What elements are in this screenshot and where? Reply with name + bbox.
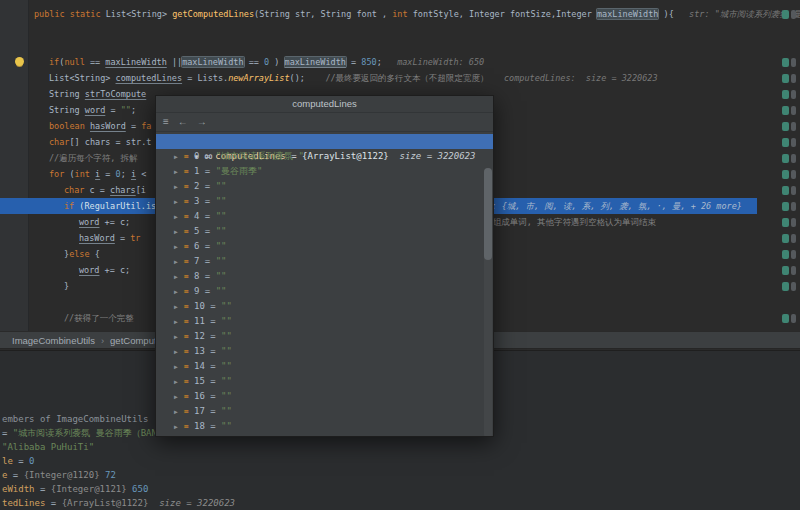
tree-row-root[interactable]: ▼OOcomputedLines = {ArrayList@1122} size… <box>156 134 493 149</box>
stripe-mark-gray[interactable] <box>791 58 796 67</box>
tree-items: ▶≡0 = "城市阅读系列袭氛 "▶≡1 = "曼谷雨季"▶≡2 = ""▶≡3… <box>156 149 493 437</box>
tree-row[interactable]: ▶≡2 = "" <box>156 179 493 194</box>
stripe-mark-gray[interactable] <box>791 154 796 163</box>
stripe-mark-gray[interactable] <box>791 186 796 195</box>
stripe-mark-teal[interactable] <box>782 90 789 99</box>
chevron-right-icon[interactable]: ▶ <box>162 405 184 420</box>
sort-icon[interactable]: ≡ <box>163 113 169 131</box>
chevron-right-icon[interactable]: ▶ <box>162 435 184 437</box>
tree-row[interactable]: ▶≡19 = "" <box>156 434 493 437</box>
chevron-right-icon[interactable]: ▶ <box>162 255 184 270</box>
variable-segment: "Alibaba PuHuiTi" <box>2 442 94 452</box>
stripe-mark-teal[interactable] <box>782 186 789 195</box>
item-value: "" <box>216 196 227 206</box>
tree-row[interactable]: ▶≡17 = "" <box>156 404 493 419</box>
variable-segment: tedLines <box>2 498 45 508</box>
value-stack-icon: ≡ <box>184 224 194 239</box>
tree-row[interactable]: ▶≡3 = "" <box>156 194 493 209</box>
chevron-right-icon[interactable]: ▶ <box>162 360 184 375</box>
chevron-right-icon[interactable]: ▶ <box>162 240 184 255</box>
variable-segment: {Integer@1121} <box>51 484 127 494</box>
debugger-value-popup[interactable]: computedLines ≡←→ ▼OOcomputedLines = {Ar… <box>155 95 494 437</box>
stripe-mark-teal[interactable] <box>782 170 789 179</box>
stripe-mark-teal[interactable] <box>782 10 789 19</box>
stripe-mark-gray[interactable] <box>791 314 796 323</box>
equals: = <box>205 436 221 437</box>
back-icon[interactable]: ← <box>178 113 188 131</box>
tree-row[interactable]: ▶≡4 = "" <box>156 209 493 224</box>
stripe-mark-teal[interactable] <box>782 250 789 259</box>
breadcrumb-item[interactable]: ImageCombineUtils <box>12 335 95 346</box>
chevron-right-icon[interactable]: ▶ <box>162 375 184 390</box>
stripe-mark-teal[interactable] <box>782 218 789 227</box>
stripe-mark-teal[interactable] <box>782 58 789 67</box>
stripe-mark-teal[interactable] <box>782 74 789 83</box>
tree-row[interactable]: ▶≡10 = "" <box>156 299 493 314</box>
stripe-mark-teal[interactable] <box>782 154 789 163</box>
chevron-right-icon[interactable]: ▶ <box>162 390 184 405</box>
tree-row[interactable]: ▶≡8 = "" <box>156 269 493 284</box>
stripe-mark-gray[interactable] <box>791 250 796 259</box>
tree-row[interactable]: ▶≡11 = "" <box>156 314 493 329</box>
tree-row[interactable]: ▶≡14 = "" <box>156 359 493 374</box>
chevron-right-icon[interactable]: ▶ <box>162 420 184 435</box>
stripe-mark-gray[interactable] <box>791 10 796 19</box>
equals: = <box>205 391 221 401</box>
chevron-right-icon[interactable]: ▶ <box>162 330 184 345</box>
variable-row[interactable]: tedLines = {ArrayList@1122} size = 32206… <box>0 496 800 510</box>
chevron-right-icon[interactable]: ▶ <box>162 270 184 285</box>
intention-bulb-icon[interactable] <box>15 57 24 66</box>
chevron-right-icon[interactable]: ▶ <box>162 195 184 210</box>
value-stack-icon: ≡ <box>184 344 194 359</box>
tree-row[interactable]: ▶≡1 = "曼谷雨季" <box>156 164 493 179</box>
chevron-right-icon[interactable]: ▶ <box>162 225 184 240</box>
stripe-mark-gray[interactable] <box>791 234 796 243</box>
tree-row[interactable]: ▶≡16 = "" <box>156 389 493 404</box>
stripe-mark-teal[interactable] <box>782 266 789 275</box>
stripe-mark-gray[interactable] <box>791 106 796 115</box>
tree-row[interactable]: ▶≡18 = "" <box>156 419 493 434</box>
variable-row[interactable]: "Alibaba PuHuiTi" <box>0 440 800 454</box>
value-stack-icon: ≡ <box>184 374 194 389</box>
chevron-right-icon[interactable]: ▶ <box>162 165 184 180</box>
stripe-mark-teal[interactable] <box>782 106 789 115</box>
stripe-mark-teal[interactable] <box>782 282 789 291</box>
stripe-mark-gray[interactable] <box>791 266 796 275</box>
stripe-mark-gray[interactable] <box>791 138 796 147</box>
chevron-right-icon[interactable]: ▶ <box>162 300 184 315</box>
tree-row[interactable]: ▶≡15 = "" <box>156 374 493 389</box>
tree-row[interactable]: ▶≡6 = "" <box>156 239 493 254</box>
stripe-mark-gray[interactable] <box>791 170 796 179</box>
tree-row[interactable]: ▶≡13 = "" <box>156 344 493 359</box>
forward-icon[interactable]: → <box>197 113 207 131</box>
tree-row[interactable]: ▶≡7 = "" <box>156 254 493 269</box>
stripe-mark-gray[interactable] <box>791 218 796 227</box>
popup-scrollbar-thumb[interactable] <box>484 168 492 260</box>
stripe-mark-gray[interactable] <box>791 74 796 83</box>
stripe-mark-gray[interactable] <box>791 202 796 211</box>
stripe-mark-teal[interactable] <box>782 314 789 323</box>
stripe-mark-teal[interactable] <box>782 138 789 147</box>
chevron-right-icon[interactable]: ▶ <box>162 150 184 165</box>
value-stack-icon: ≡ <box>184 284 194 299</box>
variable-segment: = <box>2 428 13 438</box>
stripe-mark-gray[interactable] <box>791 122 796 131</box>
chevron-right-icon[interactable]: ▶ <box>162 210 184 225</box>
chevron-right-icon[interactable]: ▶ <box>162 285 184 300</box>
stripe-mark-teal[interactable] <box>782 234 789 243</box>
variable-row[interactable]: le = 0 <box>0 454 800 468</box>
chevron-right-icon[interactable]: ▶ <box>162 345 184 360</box>
variable-row[interactable]: eWidth = {Integer@1121} 650 <box>0 482 800 496</box>
chevron-right-icon[interactable]: ▶ <box>162 180 184 195</box>
stripe-mark-teal[interactable] <box>782 202 789 211</box>
tree-row[interactable]: ▶≡5 = "" <box>156 224 493 239</box>
variable-row[interactable]: e = {Integer@1120} 72 <box>0 468 800 482</box>
tree-row[interactable]: ▶≡9 = "" <box>156 284 493 299</box>
value-stack-icon: ≡ <box>184 299 194 314</box>
chevron-right-icon[interactable]: ▶ <box>162 315 184 330</box>
stripe-mark-gray[interactable] <box>791 90 796 99</box>
tree-row[interactable]: ▶≡12 = "" <box>156 329 493 344</box>
stripe-mark-gray[interactable] <box>791 282 796 291</box>
item-index: 14 <box>194 361 205 371</box>
stripe-mark-teal[interactable] <box>782 122 789 131</box>
